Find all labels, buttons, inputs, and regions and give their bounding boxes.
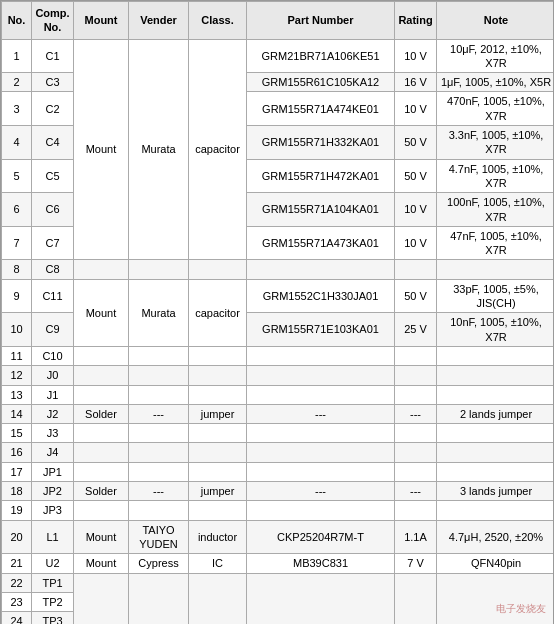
cell-mount bbox=[74, 260, 129, 279]
cell-note: 1μF, 1005, ±10%, X5R bbox=[437, 73, 555, 92]
cell-comp: J0 bbox=[32, 366, 74, 385]
table-row: 17JP1 bbox=[2, 462, 555, 481]
cell-note: 470nF, 1005, ±10%, X7R bbox=[437, 92, 555, 126]
cell-partnum bbox=[247, 366, 395, 385]
cell-rating: 10 V bbox=[395, 226, 437, 260]
cell-note: 33pF, 1005, ±5%, JIS(CH) bbox=[437, 279, 555, 313]
cell-comp: J2 bbox=[32, 404, 74, 423]
cell-partnum: GRM155R71A474KE01 bbox=[247, 92, 395, 126]
cell-partnum bbox=[247, 260, 395, 279]
cell-no: 15 bbox=[2, 424, 32, 443]
cell-mount bbox=[74, 573, 129, 624]
cell-partnum: GRM155R61C105KA12 bbox=[247, 73, 395, 92]
cell-vender bbox=[129, 424, 189, 443]
header-comp: Comp. No. bbox=[32, 2, 74, 40]
cell-comp: JP1 bbox=[32, 462, 74, 481]
table-row: 11C10 bbox=[2, 346, 555, 365]
cell-no: 18 bbox=[2, 482, 32, 501]
header-partnum: Part Number bbox=[247, 2, 395, 40]
cell-vender bbox=[129, 443, 189, 462]
cell-note: 10μF, 2012, ±10%, X7R bbox=[437, 39, 555, 73]
cell-vender bbox=[129, 501, 189, 520]
cell-no: 7 bbox=[2, 226, 32, 260]
cell-class: jumper bbox=[189, 482, 247, 501]
cell-note bbox=[437, 573, 555, 624]
cell-note: 3 lands jumper bbox=[437, 482, 555, 501]
cell-note bbox=[437, 462, 555, 481]
cell-note: 3.3nF, 1005, ±10%, X7R bbox=[437, 126, 555, 160]
cell-note: 2 lands jumper bbox=[437, 404, 555, 423]
cell-mount bbox=[74, 443, 129, 462]
cell-rating bbox=[395, 346, 437, 365]
cell-mount bbox=[74, 501, 129, 520]
table-row: 19JP3 bbox=[2, 501, 555, 520]
cell-note: 10nF, 1005, ±10%, X7R bbox=[437, 313, 555, 347]
cell-partnum: MB39C831 bbox=[247, 554, 395, 573]
cell-comp: TP3 bbox=[32, 612, 74, 624]
header-note: Note bbox=[437, 2, 555, 40]
cell-rating: 50 V bbox=[395, 279, 437, 313]
cell-mount: Solder bbox=[74, 404, 129, 423]
table-row: 21U2MountCypressICMB39C8317 VQFN40pin bbox=[2, 554, 555, 573]
cell-partnum: --- bbox=[247, 482, 395, 501]
cell-note: 4.7μH, 2520, ±20% bbox=[437, 520, 555, 554]
cell-no: 6 bbox=[2, 193, 32, 227]
cell-rating bbox=[395, 462, 437, 481]
cell-note bbox=[437, 443, 555, 462]
table-row: 8C8 bbox=[2, 260, 555, 279]
cell-comp: C8 bbox=[32, 260, 74, 279]
cell-class bbox=[189, 573, 247, 624]
cell-vender: TAIYO YUDEN bbox=[129, 520, 189, 554]
cell-partnum bbox=[247, 501, 395, 520]
cell-class: capacitor bbox=[189, 39, 247, 260]
cell-mount: Solder bbox=[74, 482, 129, 501]
cell-vender bbox=[129, 260, 189, 279]
bom-table-wrapper: No. Comp. No. Mount Vender Class. Part N… bbox=[0, 0, 554, 624]
cell-vender: Cypress bbox=[129, 554, 189, 573]
cell-rating bbox=[395, 573, 437, 624]
cell-partnum bbox=[247, 573, 395, 624]
header-no: No. bbox=[2, 2, 32, 40]
cell-comp: C6 bbox=[32, 193, 74, 227]
table-row: 1C1MountMuratacapacitorGRM21BR71A106KE51… bbox=[2, 39, 555, 73]
cell-class bbox=[189, 501, 247, 520]
cell-rating: 10 V bbox=[395, 193, 437, 227]
cell-partnum: GRM1552C1H330JA01 bbox=[247, 279, 395, 313]
cell-rating: 16 V bbox=[395, 73, 437, 92]
cell-partnum: GRM155R71E103KA01 bbox=[247, 313, 395, 347]
table-row: 14J2Solder---jumper------2 lands jumper bbox=[2, 404, 555, 423]
cell-no: 17 bbox=[2, 462, 32, 481]
table-row: 13J1 bbox=[2, 385, 555, 404]
cell-no: 3 bbox=[2, 92, 32, 126]
cell-mount: Mount bbox=[74, 39, 129, 260]
cell-rating: 10 V bbox=[395, 92, 437, 126]
cell-rating bbox=[395, 424, 437, 443]
cell-comp: U2 bbox=[32, 554, 74, 573]
cell-partnum bbox=[247, 462, 395, 481]
header-mount: Mount bbox=[74, 2, 129, 40]
cell-note bbox=[437, 260, 555, 279]
cell-comp: TP1 bbox=[32, 573, 74, 592]
cell-comp: C4 bbox=[32, 126, 74, 160]
cell-no: 19 bbox=[2, 501, 32, 520]
cell-vender bbox=[129, 366, 189, 385]
cell-vender bbox=[129, 462, 189, 481]
cell-no: 24 bbox=[2, 612, 32, 624]
cell-class bbox=[189, 346, 247, 365]
cell-no: 4 bbox=[2, 126, 32, 160]
cell-partnum bbox=[247, 424, 395, 443]
cell-class: jumper bbox=[189, 404, 247, 423]
cell-class bbox=[189, 260, 247, 279]
cell-note bbox=[437, 501, 555, 520]
cell-no: 23 bbox=[2, 592, 32, 611]
cell-comp: JP3 bbox=[32, 501, 74, 520]
cell-comp: C7 bbox=[32, 226, 74, 260]
cell-vender: Murata bbox=[129, 39, 189, 260]
cell-no: 16 bbox=[2, 443, 32, 462]
cell-no: 5 bbox=[2, 159, 32, 193]
cell-class: capacitor bbox=[189, 279, 247, 346]
cell-partnum: GRM155R71H332KA01 bbox=[247, 126, 395, 160]
cell-rating bbox=[395, 443, 437, 462]
cell-class bbox=[189, 462, 247, 481]
table-row: 16J4 bbox=[2, 443, 555, 462]
